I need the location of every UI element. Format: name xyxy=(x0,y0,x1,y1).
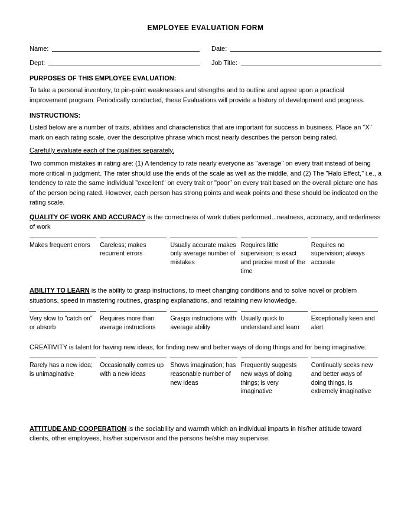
dept-input-line[interactable] xyxy=(48,57,200,66)
creativity-cell-4: Frequently suggests new ways of doing th… xyxy=(241,361,308,395)
ability-label: ABILITY TO LEARN xyxy=(30,287,90,294)
ability-cell-1: Very slow to "catch on" or absorb xyxy=(30,314,96,331)
quality-col-4: Requires little supervision; is exact an… xyxy=(241,238,311,275)
mistakes-text: Two common mistakes in rating are: (1) A… xyxy=(30,158,381,207)
name-input-line[interactable] xyxy=(52,43,200,52)
name-label: Name: xyxy=(30,45,48,52)
quality-intro: QUALITY OF WORK AND ACCURACY is the corr… xyxy=(30,212,381,232)
ability-intro: ABILITY TO LEARN is the ability to grasp… xyxy=(30,286,381,305)
quality-cell-1: Makes frequent errors xyxy=(30,241,96,249)
ability-col-2: Requires more than average instructions xyxy=(100,311,170,331)
creativity-col-2: Occasionally comes up with a new ideas xyxy=(100,358,170,395)
quality-label: QUALITY OF WORK AND ACCURACY xyxy=(30,213,145,220)
creativity-cell-3: Shows imagination; has reasonable number… xyxy=(170,361,237,387)
creativity-cell-2: Occasionally comes up with a new ideas xyxy=(100,361,167,378)
creativity-col-5: Continually seeks new and better ways of… xyxy=(311,358,381,395)
creativity-cell-5: Continually seeks new and better ways of… xyxy=(311,361,378,395)
ability-col-3: Grasps instructions with average ability xyxy=(170,311,240,331)
creativity-rating-grid: Rarely has a new idea; is unimaginative … xyxy=(30,358,381,395)
instructions-title: INSTRUCTIONS: xyxy=(30,112,381,119)
jobtitle-label: Job Title: xyxy=(211,59,237,66)
purposes-title: PURPOSES OF THIS EMPLOYEE EVALUATION: xyxy=(30,74,381,82)
ability-cell-2: Requires more than average instructions xyxy=(100,314,167,331)
dept-label: Dept: xyxy=(30,59,45,66)
ability-cell-3: Grasps instructions with average ability xyxy=(170,314,237,331)
quality-cell-4: Requires little supervision; is exact an… xyxy=(241,241,308,275)
creativity-section: CREATIVITY is talent for having new idea… xyxy=(30,342,381,395)
quality-col-3: Usually accurate makes only average numb… xyxy=(170,238,240,275)
quality-col-2: Careless; makes recurrent errors xyxy=(100,238,170,275)
careful-text: Carefully evaluate each of the qualities… xyxy=(30,147,381,154)
ability-col-4: Usually quick to understand and learn xyxy=(241,311,311,331)
instructions-text: Listed below are a number of traits, abi… xyxy=(30,122,381,142)
spacer xyxy=(30,406,381,424)
jobtitle-field: Job Title: xyxy=(211,57,381,66)
creativity-col-4: Frequently suggests new ways of doing th… xyxy=(241,358,311,395)
ability-cell-5: Exceptionally keen and alert xyxy=(311,314,378,331)
quality-cell-3: Usually accurate makes only average numb… xyxy=(170,241,237,267)
ability-rating-grid: Very slow to "catch on" or absorb Requir… xyxy=(30,311,381,331)
dept-jobtitle-row: Dept: Job Title: xyxy=(30,57,381,66)
purposes-text: To take a personal inventory, to pin-poi… xyxy=(30,85,381,105)
creativity-intro: CREATIVITY is talent for having new idea… xyxy=(30,342,381,352)
ability-section: ABILITY TO LEARN is the ability to grasp… xyxy=(30,286,381,331)
quality-section: QUALITY OF WORK AND ACCURACY is the corr… xyxy=(30,212,381,275)
date-field: Date: xyxy=(211,43,381,52)
ability-col-1: Very slow to "catch on" or absorb xyxy=(30,311,100,331)
quality-col-5: Requires no supervision; always accurate xyxy=(311,238,381,275)
creativity-col-3: Shows imagination; has reasonable number… xyxy=(170,358,240,395)
quality-cell-2: Careless; makes recurrent errors xyxy=(100,241,167,258)
ability-cell-4: Usually quick to understand and learn xyxy=(241,314,308,331)
creativity-col-1: Rarely has a new idea; is unimaginative xyxy=(30,358,100,395)
quality-cell-5: Requires no supervision; always accurate xyxy=(311,241,378,267)
name-field: Name: xyxy=(30,43,200,52)
name-date-row: Name: Date: xyxy=(30,43,381,52)
page-title: EMPLOYEE EVALUATION FORM xyxy=(30,24,381,32)
jobtitle-input-line[interactable] xyxy=(241,57,381,66)
date-label: Date: xyxy=(211,45,227,52)
quality-rating-grid: Makes frequent errors Careless; makes re… xyxy=(30,238,381,275)
attitude-section: ATTITUDE AND COOPERATION is the sociabil… xyxy=(30,424,381,443)
dept-field: Dept: xyxy=(30,57,200,66)
creativity-cell-1: Rarely has a new idea; is unimaginative xyxy=(30,361,96,378)
attitude-intro: ATTITUDE AND COOPERATION is the sociabil… xyxy=(30,424,381,443)
ability-col-5: Exceptionally keen and alert xyxy=(311,311,381,331)
attitude-label: ATTITUDE AND COOPERATION xyxy=(30,425,126,432)
quality-col-1: Makes frequent errors xyxy=(30,238,100,275)
date-input-line[interactable] xyxy=(230,43,381,52)
